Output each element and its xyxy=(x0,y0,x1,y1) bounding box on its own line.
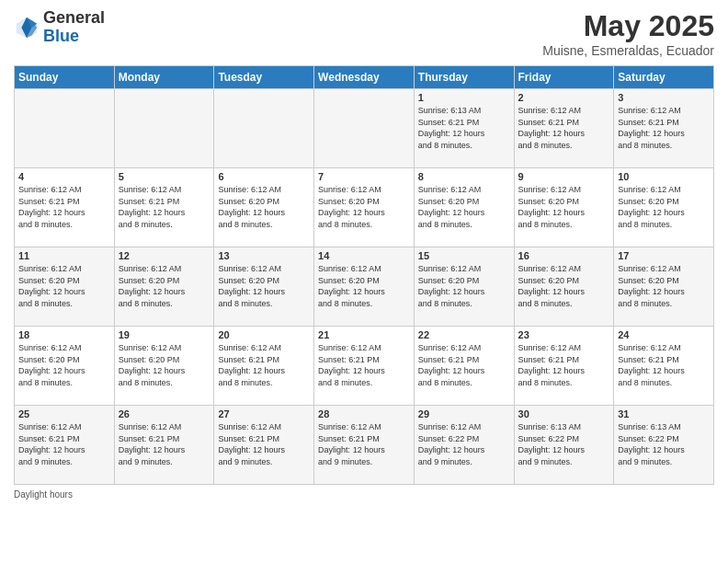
calendar-cell: 20Sunrise: 6:12 AM Sunset: 6:21 PM Dayli… xyxy=(214,327,314,406)
day-info: Sunrise: 6:12 AM Sunset: 6:20 PM Dayligh… xyxy=(618,263,710,309)
day-number: 2 xyxy=(518,92,610,103)
day-info: Sunrise: 6:12 AM Sunset: 6:21 PM Dayligh… xyxy=(618,342,710,388)
calendar-cell: 14Sunrise: 6:12 AM Sunset: 6:20 PM Dayli… xyxy=(314,247,415,327)
day-number: 6 xyxy=(218,171,310,182)
page: General Blue May 2025 Muisne, Esmeraldas… xyxy=(0,0,728,563)
calendar-cell: 11Sunrise: 6:12 AM Sunset: 6:20 PM Dayli… xyxy=(15,247,115,327)
calendar-cell: 2Sunrise: 6:12 AM Sunset: 6:21 PM Daylig… xyxy=(514,89,614,168)
day-number: 14 xyxy=(318,250,410,261)
calendar-cell: 6Sunrise: 6:12 AM Sunset: 6:20 PM Daylig… xyxy=(214,168,314,247)
day-info: Sunrise: 6:12 AM Sunset: 6:21 PM Dayligh… xyxy=(18,184,110,230)
day-info: Sunrise: 6:12 AM Sunset: 6:21 PM Dayligh… xyxy=(618,105,710,151)
calendar-day-header: Wednesday xyxy=(314,66,415,89)
day-number: 29 xyxy=(418,408,510,419)
daylight-hours-label: Daylight hours xyxy=(14,489,73,500)
calendar-cell: 10Sunrise: 6:12 AM Sunset: 6:20 PM Dayli… xyxy=(614,168,714,247)
day-info: Sunrise: 6:13 AM Sunset: 6:21 PM Dayligh… xyxy=(418,105,510,151)
day-number: 16 xyxy=(518,250,610,261)
calendar-cell: 22Sunrise: 6:12 AM Sunset: 6:21 PM Dayli… xyxy=(414,327,514,406)
calendar-cell: 3Sunrise: 6:12 AM Sunset: 6:21 PM Daylig… xyxy=(614,89,714,168)
day-number: 3 xyxy=(618,92,710,103)
day-info: Sunrise: 6:12 AM Sunset: 6:21 PM Dayligh… xyxy=(318,421,410,467)
day-info: Sunrise: 6:13 AM Sunset: 6:22 PM Dayligh… xyxy=(618,421,710,467)
calendar-day-header: Monday xyxy=(114,66,214,89)
day-info: Sunrise: 6:12 AM Sunset: 6:20 PM Dayligh… xyxy=(418,184,510,230)
calendar-cell: 12Sunrise: 6:12 AM Sunset: 6:20 PM Dayli… xyxy=(114,247,214,327)
day-number: 24 xyxy=(618,329,710,340)
calendar-cell: 13Sunrise: 6:12 AM Sunset: 6:20 PM Dayli… xyxy=(214,247,314,327)
day-info: Sunrise: 6:12 AM Sunset: 6:20 PM Dayligh… xyxy=(318,263,410,309)
footer-daylight: Daylight hours xyxy=(14,489,714,500)
day-number: 31 xyxy=(618,408,710,419)
calendar-day-header: Friday xyxy=(514,66,614,89)
day-number: 10 xyxy=(618,171,710,182)
calendar-cell: 23Sunrise: 6:12 AM Sunset: 6:21 PM Dayli… xyxy=(514,327,614,406)
day-number: 1 xyxy=(418,92,510,103)
day-number: 17 xyxy=(618,250,710,261)
day-number: 8 xyxy=(418,171,510,182)
logo-icon xyxy=(14,15,40,40)
day-number: 9 xyxy=(518,171,610,182)
calendar-day-header: Tuesday xyxy=(214,66,314,89)
subtitle: Muisne, Esmeraldas, Ecuador xyxy=(542,43,714,58)
calendar-week-row: 18Sunrise: 6:12 AM Sunset: 6:20 PM Dayli… xyxy=(15,327,714,406)
calendar-header-row: SundayMondayTuesdayWednesdayThursdayFrid… xyxy=(15,66,714,89)
day-number: 5 xyxy=(119,171,210,182)
day-info: Sunrise: 6:12 AM Sunset: 6:21 PM Dayligh… xyxy=(18,421,110,467)
day-number: 4 xyxy=(18,171,110,182)
day-number: 28 xyxy=(318,408,410,419)
calendar-day-header: Thursday xyxy=(414,66,514,89)
logo-text: General Blue xyxy=(43,9,105,46)
day-info: Sunrise: 6:12 AM Sunset: 6:20 PM Dayligh… xyxy=(119,342,210,388)
day-info: Sunrise: 6:12 AM Sunset: 6:22 PM Dayligh… xyxy=(418,421,510,467)
day-number: 20 xyxy=(218,329,310,340)
calendar-cell: 16Sunrise: 6:12 AM Sunset: 6:20 PM Dayli… xyxy=(514,247,614,327)
day-number: 25 xyxy=(18,408,110,419)
calendar-cell xyxy=(15,89,115,168)
calendar-day-header: Saturday xyxy=(614,66,714,89)
calendar-cell: 1Sunrise: 6:13 AM Sunset: 6:21 PM Daylig… xyxy=(414,89,514,168)
calendar-week-row: 25Sunrise: 6:12 AM Sunset: 6:21 PM Dayli… xyxy=(15,406,714,485)
day-info: Sunrise: 6:12 AM Sunset: 6:20 PM Dayligh… xyxy=(218,263,310,309)
logo: General Blue xyxy=(14,9,105,46)
day-info: Sunrise: 6:12 AM Sunset: 6:21 PM Dayligh… xyxy=(518,105,610,151)
day-info: Sunrise: 6:12 AM Sunset: 6:21 PM Dayligh… xyxy=(418,342,510,388)
calendar-cell: 19Sunrise: 6:12 AM Sunset: 6:20 PM Dayli… xyxy=(114,327,214,406)
calendar-cell: 30Sunrise: 6:13 AM Sunset: 6:22 PM Dayli… xyxy=(514,406,614,485)
day-info: Sunrise: 6:12 AM Sunset: 6:21 PM Dayligh… xyxy=(318,342,410,388)
day-number: 30 xyxy=(518,408,610,419)
calendar-week-row: 4Sunrise: 6:12 AM Sunset: 6:21 PM Daylig… xyxy=(15,168,714,247)
day-number: 19 xyxy=(119,329,210,340)
calendar-cell: 18Sunrise: 6:12 AM Sunset: 6:20 PM Dayli… xyxy=(15,327,115,406)
calendar-cell: 31Sunrise: 6:13 AM Sunset: 6:22 PM Dayli… xyxy=(614,406,714,485)
day-info: Sunrise: 6:12 AM Sunset: 6:20 PM Dayligh… xyxy=(18,263,110,309)
day-info: Sunrise: 6:12 AM Sunset: 6:21 PM Dayligh… xyxy=(518,342,610,388)
day-number: 13 xyxy=(218,250,310,261)
calendar-cell: 15Sunrise: 6:12 AM Sunset: 6:20 PM Dayli… xyxy=(414,247,514,327)
calendar-cell: 21Sunrise: 6:12 AM Sunset: 6:21 PM Dayli… xyxy=(314,327,415,406)
calendar-day-header: Sunday xyxy=(15,66,115,89)
calendar-cell: 24Sunrise: 6:12 AM Sunset: 6:21 PM Dayli… xyxy=(614,327,714,406)
calendar-cell: 9Sunrise: 6:12 AM Sunset: 6:20 PM Daylig… xyxy=(514,168,614,247)
day-number: 23 xyxy=(518,329,610,340)
calendar-cell: 26Sunrise: 6:12 AM Sunset: 6:21 PM Dayli… xyxy=(114,406,214,485)
day-info: Sunrise: 6:12 AM Sunset: 6:20 PM Dayligh… xyxy=(119,263,210,309)
day-info: Sunrise: 6:12 AM Sunset: 6:20 PM Dayligh… xyxy=(618,184,710,230)
day-info: Sunrise: 6:12 AM Sunset: 6:20 PM Dayligh… xyxy=(518,184,610,230)
day-number: 26 xyxy=(119,408,210,419)
day-info: Sunrise: 6:12 AM Sunset: 6:21 PM Dayligh… xyxy=(218,421,310,467)
day-number: 22 xyxy=(418,329,510,340)
calendar-cell xyxy=(114,89,214,168)
calendar-cell: 5Sunrise: 6:12 AM Sunset: 6:21 PM Daylig… xyxy=(114,168,214,247)
day-number: 7 xyxy=(318,171,410,182)
day-number: 27 xyxy=(218,408,310,419)
day-number: 12 xyxy=(119,250,210,261)
calendar-cell: 27Sunrise: 6:12 AM Sunset: 6:21 PM Dayli… xyxy=(214,406,314,485)
day-info: Sunrise: 6:12 AM Sunset: 6:20 PM Dayligh… xyxy=(418,263,510,309)
calendar-cell: 8Sunrise: 6:12 AM Sunset: 6:20 PM Daylig… xyxy=(414,168,514,247)
day-info: Sunrise: 6:12 AM Sunset: 6:21 PM Dayligh… xyxy=(218,342,310,388)
calendar-cell: 29Sunrise: 6:12 AM Sunset: 6:22 PM Dayli… xyxy=(414,406,514,485)
day-number: 18 xyxy=(18,329,110,340)
calendar-cell: 28Sunrise: 6:12 AM Sunset: 6:21 PM Dayli… xyxy=(314,406,415,485)
calendar-week-row: 11Sunrise: 6:12 AM Sunset: 6:20 PM Dayli… xyxy=(15,247,714,327)
